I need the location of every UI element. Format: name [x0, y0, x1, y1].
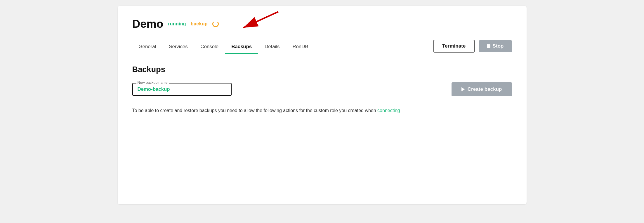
create-backup-label: Create backup [468, 86, 502, 92]
instance-name: Demo [132, 18, 164, 30]
stop-label: Stop [493, 43, 504, 49]
svg-line-1 [243, 12, 278, 28]
section-title: Backups [132, 65, 512, 74]
backup-name-input[interactable] [138, 86, 226, 92]
stop-button[interactable]: Stop [479, 40, 512, 52]
new-backup-name-group: New backup name [132, 83, 232, 96]
arrow-annotation [232, 9, 284, 33]
tabs-left: General Services Console Backups Details… [132, 40, 434, 53]
tab-general[interactable]: General [132, 40, 163, 54]
main-card: Demo running backup General Services Con… [118, 6, 527, 204]
tabs-row: General Services Console Backups Details… [132, 40, 512, 54]
description-static: To be able to create and restore backups… [132, 108, 378, 113]
backup-form-row: New backup name Create backup [132, 82, 512, 96]
tab-console[interactable]: Console [194, 40, 225, 54]
backup-badge: backup [191, 21, 208, 27]
header-row: Demo running backup [132, 18, 512, 30]
content-section: Backups New backup name Create backup To… [132, 65, 512, 114]
tab-backups[interactable]: Backups [225, 40, 258, 54]
running-badge: running [168, 21, 186, 27]
play-icon [461, 87, 465, 91]
tab-services[interactable]: Services [162, 40, 194, 54]
input-label: New backup name [136, 81, 169, 85]
tab-details[interactable]: Details [258, 40, 286, 54]
tab-rondb[interactable]: RonDB [286, 40, 315, 54]
connecting-link[interactable]: connecting [377, 108, 400, 113]
description-text: To be able to create and restore backups… [132, 107, 512, 114]
loading-spinner [212, 21, 219, 27]
create-backup-button[interactable]: Create backup [452, 82, 512, 96]
terminate-button[interactable]: Terminate [433, 40, 474, 53]
stop-icon [487, 44, 490, 48]
tabs-actions: Terminate Stop [433, 40, 512, 54]
